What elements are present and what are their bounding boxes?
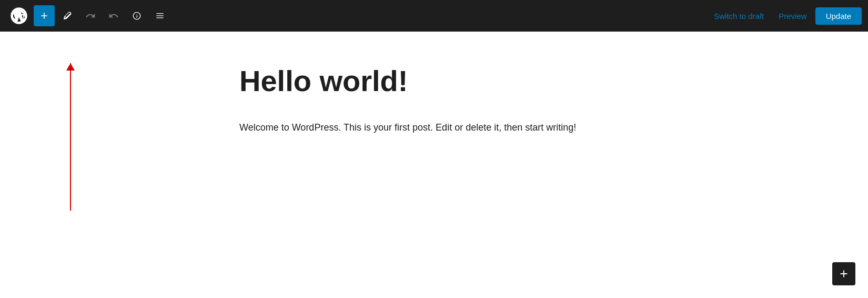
update-button[interactable]: Update <box>815 7 862 25</box>
tools-button[interactable] <box>57 5 78 26</box>
details-button[interactable] <box>126 5 147 26</box>
wordpress-logo[interactable] <box>6 0 32 32</box>
editor-area: Hello world! Welcome to WordPress. This … <box>0 32 868 298</box>
switch-to-draft-button[interactable]: Switch to draft <box>708 7 770 25</box>
annotation-arrow <box>70 63 71 211</box>
add-block-button[interactable] <box>34 5 55 26</box>
redo-button[interactable] <box>103 5 124 26</box>
post-content[interactable]: Welcome to WordPress. This is your first… <box>239 120 629 136</box>
editor-toolbar: Switch to draft Preview Update <box>0 0 868 32</box>
post-title[interactable]: Hello world! <box>239 63 629 98</box>
preview-button[interactable]: Preview <box>772 7 813 25</box>
add-block-bottom-button[interactable] <box>832 262 855 285</box>
editor-content: Hello world! Welcome to WordPress. This … <box>218 32 650 178</box>
undo-button[interactable] <box>80 5 101 26</box>
list-view-button[interactable] <box>149 5 170 26</box>
